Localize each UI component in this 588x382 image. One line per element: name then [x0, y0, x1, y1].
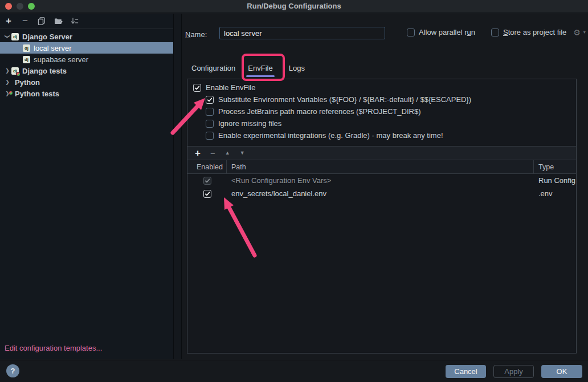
- checkbox-unchecked[interactable]: [407, 29, 415, 36]
- settings-gear-icon[interactable]: ⚙: [573, 29, 581, 36]
- new-folder-icon[interactable]: [54, 17, 63, 26]
- experimental-integrations-checkbox[interactable]: Enable experimental integrations (e.g. G…: [187, 129, 576, 141]
- table-row-run-config-env-vars[interactable]: <Run Configuration Env Vars> Run Config: [187, 174, 576, 187]
- sidebar-item-python-tests[interactable]: ❯ Python tests: [0, 88, 173, 99]
- checkbox-checked-disabled: [203, 177, 211, 185]
- sidebar-item-django-server[interactable]: ❯ dj Django Server: [0, 31, 173, 42]
- option-label: Enable experimental integrations (e.g. G…: [218, 131, 443, 140]
- tree-item-label: supabase server: [34, 55, 88, 64]
- remove-configuration-icon[interactable]: −: [21, 17, 30, 26]
- env-file-type: .env: [534, 189, 576, 198]
- checkbox-unchecked[interactable]: [491, 29, 499, 36]
- envfile-options: Enable EnvFile Substitute Environment Va…: [187, 79, 576, 141]
- cancel-button[interactable]: Cancel: [446, 365, 486, 378]
- env-files-table-toolbar: + − ▲ ▼: [187, 146, 576, 160]
- checkbox-unchecked[interactable]: [206, 108, 214, 116]
- allow-parallel-run-label: Allow parallel run: [419, 28, 475, 36]
- sidebar-toolbar: + −: [0, 14, 173, 29]
- option-label: Enable EnvFile: [206, 83, 255, 92]
- sidebar-item-django-tests[interactable]: ❯ dj Django tests: [0, 65, 173, 76]
- env-file-type: Run Config: [534, 176, 576, 185]
- name-label: Name:: [185, 30, 207, 39]
- close-window-button[interactable]: [5, 3, 12, 10]
- checkbox-checked[interactable]: [206, 96, 214, 104]
- store-as-project-file-label: Store as project file: [503, 28, 566, 36]
- env-files-table-header: Enabled Path Type: [187, 160, 576, 174]
- run-debug-configurations-dialog: { "window": { "title": "Run/Debug Config…: [0, 0, 588, 382]
- django-icon: dj: [11, 33, 19, 40]
- minimize-window-button[interactable]: [17, 3, 23, 10]
- zoom-window-button[interactable]: [28, 3, 35, 10]
- option-label: Ignore missing files: [218, 119, 281, 128]
- panel-splitter[interactable]: [174, 14, 182, 359]
- configurations-sidebar: + − ❯ dj Django Server dj local server d…: [0, 14, 174, 359]
- tree-item-label: Python: [15, 78, 40, 87]
- sort-configurations-icon[interactable]: [70, 17, 79, 26]
- table-row-local-daniel-env[interactable]: env_secrets/local_daniel.env .env: [187, 187, 576, 200]
- column-header-type[interactable]: Type: [534, 160, 576, 173]
- tree-item-label: Django tests: [22, 67, 67, 75]
- test-badge-icon: [9, 91, 13, 95]
- store-as-project-file-checkbox[interactable]: Store as project file ⚙▾: [491, 28, 586, 36]
- configuration-editor-panel: Name: Allow parallel run Store as projec…: [182, 14, 588, 359]
- ok-button[interactable]: OK: [541, 365, 582, 378]
- test-badge-icon: [16, 72, 21, 76]
- checkbox-unchecked[interactable]: [206, 120, 214, 128]
- ignore-missing-files-checkbox[interactable]: Ignore missing files: [187, 117, 576, 129]
- tree-item-label: Django Server: [22, 32, 72, 41]
- move-up-icon[interactable]: ▲: [225, 151, 230, 156]
- tab-logs[interactable]: Logs: [281, 59, 313, 78]
- configurations-tree: ❯ dj Django Server dj local server dj su…: [0, 29, 173, 99]
- option-label: Process JetBrains path macro references …: [218, 107, 420, 116]
- chevron-right-icon[interactable]: ❯: [3, 68, 11, 74]
- chevron-right-icon[interactable]: ❯: [3, 79, 11, 85]
- sidebar-item-python[interactable]: ❯ Python: [0, 76, 173, 88]
- add-configuration-icon[interactable]: +: [4, 17, 13, 26]
- django-icon: dj: [23, 44, 30, 52]
- column-header-path[interactable]: Path: [227, 160, 534, 173]
- checkbox-checked[interactable]: [203, 190, 211, 198]
- tree-item-label: Python tests: [15, 90, 59, 98]
- envfile-tab-content: Enable EnvFile Substitute Environment Va…: [187, 79, 577, 353]
- tab-configuration[interactable]: Configuration: [187, 59, 240, 78]
- sidebar-item-local-server[interactable]: dj local server: [0, 42, 173, 54]
- column-header-enabled[interactable]: Enabled: [187, 160, 227, 173]
- checkbox-unchecked[interactable]: [206, 132, 214, 140]
- env-file-path: env_secrets/local_daniel.env: [227, 189, 534, 198]
- dialog-footer: ? Cancel Apply OK: [0, 360, 588, 382]
- move-down-icon[interactable]: ▼: [240, 151, 245, 156]
- gear-dropdown-icon: ▾: [583, 30, 586, 35]
- option-label: Substitute Environment Variables (${FOO}…: [218, 95, 471, 104]
- django-tests-icon: dj: [11, 67, 19, 75]
- add-env-file-icon[interactable]: +: [195, 148, 201, 158]
- sidebar-item-supabase-server[interactable]: dj supabase server: [0, 54, 173, 65]
- help-button[interactable]: ?: [6, 364, 19, 377]
- tree-item-label: local server: [34, 44, 71, 52]
- name-input[interactable]: [219, 27, 385, 39]
- allow-parallel-run-checkbox[interactable]: Allow parallel run: [407, 28, 475, 36]
- chevron-down-icon[interactable]: ❯: [5, 32, 10, 40]
- remove-env-file-icon[interactable]: −: [210, 149, 215, 157]
- env-file-path: <Run Configuration Env Vars>: [227, 176, 534, 185]
- copy-configuration-icon[interactable]: [37, 17, 46, 26]
- edit-configuration-templates-link[interactable]: Edit configuration templates...: [5, 344, 102, 352]
- checkbox-checked[interactable]: [193, 84, 201, 92]
- django-icon: dj: [23, 56, 30, 63]
- substitute-env-vars-checkbox[interactable]: Substitute Environment Variables (${FOO}…: [187, 94, 576, 105]
- process-path-macro-checkbox[interactable]: Process JetBrains path macro references …: [187, 105, 576, 117]
- titlebar: Run/Debug Configurations: [0, 0, 588, 13]
- enable-envfile-checkbox[interactable]: Enable EnvFile: [187, 82, 576, 94]
- apply-button[interactable]: Apply: [493, 365, 534, 378]
- tab-envfile[interactable]: EnvFile: [240, 59, 280, 78]
- window-title: Run/Debug Configurations: [0, 0, 588, 13]
- config-tabs: Configuration EnvFile Logs: [187, 59, 313, 78]
